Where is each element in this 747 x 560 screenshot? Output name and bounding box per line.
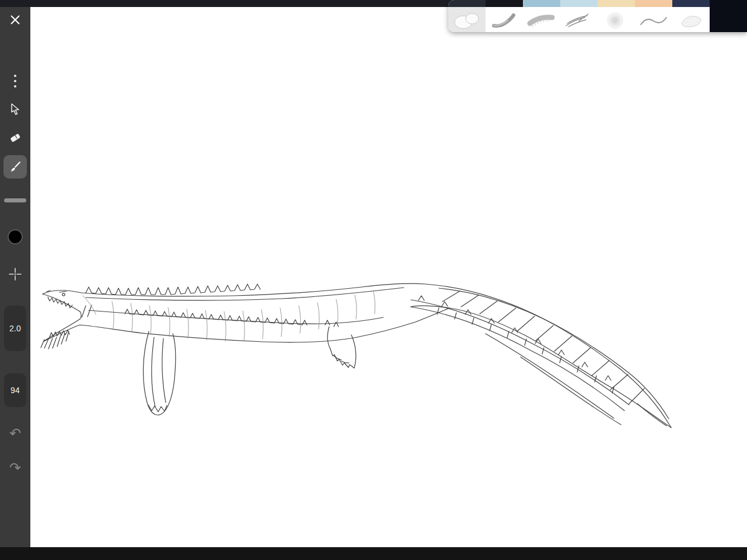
brush-stroke-preview: [599, 8, 634, 32]
brush-preset-spray[interactable]: [523, 0, 560, 32]
brush-preset-fine-liner[interactable]: [635, 0, 672, 32]
brush-color-swatch: [672, 0, 710, 7]
brush-tool-icon: [8, 160, 22, 174]
stroke-width-value: 2.0: [9, 324, 21, 333]
brush-color-swatch: [523, 0, 560, 7]
symmetry-button[interactable]: [0, 266, 30, 282]
brush-color-swatch: [560, 0, 598, 7]
brush-preset-soft-round[interactable]: [448, 0, 486, 32]
cursor-tool-icon: [8, 102, 22, 116]
brush-size-slider[interactable]: [4, 198, 26, 202]
eraser-tool-button[interactable]: [0, 130, 30, 146]
overflow-menu-button[interactable]: [0, 73, 30, 89]
select-tool-button[interactable]: [0, 101, 30, 117]
brush-stroke-preview: [561, 8, 596, 32]
crosshair-icon: [8, 267, 23, 282]
brush-preset-airbrush[interactable]: [598, 0, 635, 32]
brush-stroke-preview: [487, 8, 522, 32]
brush-stroke-preview: [673, 8, 708, 32]
brush-preset-panel: [448, 0, 747, 32]
brush-tool-button[interactable]: [4, 155, 27, 178]
bottom-bar: [0, 547, 747, 560]
opacity-button[interactable]: 94: [4, 373, 26, 407]
eraser-tool-icon: [8, 130, 23, 145]
tool-sidebar: 2.0 94 ↶ ↷: [0, 7, 30, 547]
close-button[interactable]: [0, 10, 30, 29]
brush-preset-selected-slot[interactable]: [710, 0, 747, 32]
overflow-menu-icon: [13, 74, 17, 89]
opacity-value: 94: [11, 386, 20, 395]
color-swatch[interactable]: [8, 229, 23, 244]
brush-color-swatch: [448, 0, 486, 7]
brush-stroke-preview: [449, 8, 484, 32]
brush-stroke-preview: [636, 8, 671, 32]
brush-preset-smudge[interactable]: [486, 0, 523, 32]
brush-preset-wet-round[interactable]: [672, 0, 710, 32]
redo-button[interactable]: ↷: [0, 459, 30, 477]
brush-color-swatch: [635, 0, 672, 7]
stroke-width-button[interactable]: 2.0: [4, 306, 26, 351]
brush-color-swatch: [598, 0, 635, 7]
brush-preset-scratchy[interactable]: [560, 0, 598, 32]
undo-button[interactable]: ↶: [0, 425, 30, 442]
close-icon: [9, 13, 22, 26]
undo-icon: ↶: [9, 426, 21, 440]
brush-color-swatch: [486, 0, 523, 7]
redo-icon: ↷: [9, 461, 21, 475]
drawing-canvas[interactable]: [30, 7, 747, 547]
creature-line-art: [41, 284, 671, 428]
brush-stroke-preview: [524, 8, 559, 32]
canvas-drawing: [30, 7, 747, 547]
